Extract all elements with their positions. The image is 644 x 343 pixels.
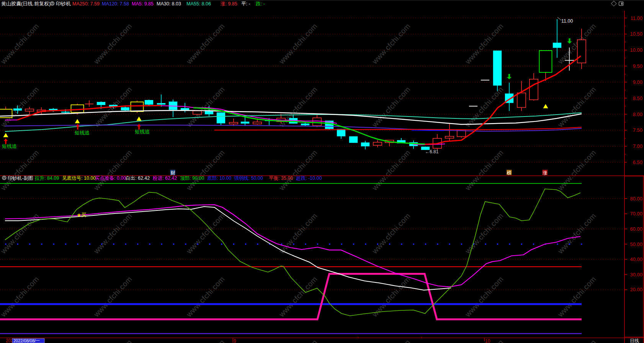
svg-text:9.00: 9.00 <box>633 79 642 85</box>
svg-text:50.00: 50.00 <box>630 241 642 247</box>
svg-text:10.50: 10.50 <box>630 31 642 37</box>
svg-text:www.cfchi.com: www.cfchi.com <box>92 22 134 66</box>
svg-text:www.cfchi.com: www.cfchi.com <box>556 212 598 256</box>
svg-text:www.cfchi.com: www.cfchi.com <box>463 148 505 192</box>
svg-text:www.cfchi.com: www.cfchi.com <box>92 275 134 319</box>
svg-text:www.cfchi.com: www.cfchi.com <box>370 22 412 66</box>
svg-text:2022/08/08/一: 2022/08/08/一 <box>13 338 40 343</box>
svg-text:www.cfchi.com: www.cfchi.com <box>185 22 226 66</box>
svg-text:MA120: 7.58: MA120: 7.58 <box>102 1 129 7</box>
svg-text:20.00: 20.00 <box>630 287 642 292</box>
svg-text:平: -: 平: - <box>241 1 250 7</box>
svg-text:www.cfchi.com: www.cfchi.com <box>92 148 134 192</box>
svg-text:MA250: 7.59: MA250: 7.59 <box>72 1 100 7</box>
svg-text:www.cfchi.com: www.cfchi.com <box>185 212 226 256</box>
svg-text:www.cfchi.com: www.cfchi.com <box>463 338 505 343</box>
svg-text:底部: 10.00: 底部: 10.00 <box>207 176 231 181</box>
svg-text:www.cfchi.com: www.cfchi.com <box>556 85 598 129</box>
svg-text:★: ★ <box>77 212 82 218</box>
svg-text:www.cfchi.com: www.cfchi.com <box>370 212 412 256</box>
svg-text:印钞机-副图: 印钞机-副图 <box>8 176 33 181</box>
svg-text:短线追: 短线追 <box>135 129 150 135</box>
svg-text:70.00: 70.00 <box>630 211 642 217</box>
svg-text:40.00: 40.00 <box>630 256 642 262</box>
svg-text:80.00: 80.00 <box>630 196 642 202</box>
svg-text:榜: 榜 <box>507 170 512 176</box>
svg-text:www.cfchi.com: www.cfchi.com <box>556 338 598 343</box>
svg-text:涨: 9.85: 涨: 9.85 <box>220 1 237 7</box>
svg-text:10: 10 <box>485 338 490 343</box>
svg-text:www.cfchi.com: www.cfchi.com <box>370 338 412 343</box>
svg-text:7.50: 7.50 <box>633 127 642 133</box>
svg-text:7.00: 7.00 <box>633 143 642 149</box>
svg-text:MA5: 9.85: MA5: 9.85 <box>132 1 154 7</box>
svg-text:www.cfchi.com: www.cfchi.com <box>556 148 598 192</box>
svg-text:30.00: 30.00 <box>630 272 642 277</box>
svg-text:www.cfchi.com: www.cfchi.com <box>277 22 319 66</box>
svg-text:财: 财 <box>171 170 175 176</box>
svg-text:www.cfchi.com: www.cfchi.com <box>185 148 226 192</box>
svg-text:11.00: 11.00 <box>630 15 642 21</box>
svg-text:顶部: 90.00: 顶部: 90.00 <box>180 176 204 181</box>
svg-text:www.cfchi.com: www.cfchi.com <box>92 212 134 256</box>
svg-text:60.00: 60.00 <box>630 226 642 232</box>
svg-text:9: 9 <box>234 338 236 343</box>
svg-text:8.50: 8.50 <box>633 95 642 101</box>
svg-text:白出: 62.42: 白出: 62.42 <box>126 176 150 181</box>
svg-text:买: 买 <box>81 212 86 218</box>
svg-text:www.cfchi.com: www.cfchi.com <box>185 338 226 343</box>
svg-text:强弱线: 50.00: 强弱线: 50.00 <box>234 176 263 181</box>
svg-text:www.cfchi.com: www.cfchi.com <box>463 212 505 256</box>
svg-text:www.cfchi.com: www.cfchi.com <box>185 275 226 319</box>
svg-text:9.50: 9.50 <box>633 63 642 69</box>
svg-text:拉升: 84.09: 拉升: 84.09 <box>34 176 59 181</box>
svg-text:印钞机: 印钞机 <box>56 1 71 7</box>
svg-text:8.00: 8.00 <box>633 112 642 117</box>
svg-text:www.cfchi.com: www.cfchi.com <box>463 275 505 319</box>
svg-text:短线追: 短线追 <box>75 130 90 136</box>
svg-text:www.cfchi.com: www.cfchi.com <box>556 275 598 319</box>
svg-text:见底信号: 10.00: 见底信号: 10.00 <box>62 176 96 181</box>
svg-text:平衡: 35.00: 平衡: 35.00 <box>269 176 293 181</box>
svg-text:买点准备: 0.00: 买点准备: 0.00 <box>95 176 126 181</box>
svg-text:www.cfchi.com: www.cfchi.com <box>370 85 412 129</box>
svg-text:6.50: 6.50 <box>633 159 642 165</box>
svg-text:www.cfchi.com: www.cfchi.com <box>277 275 319 319</box>
svg-text:11.00: 11.00 <box>561 18 573 24</box>
svg-text:MA30: 8.03: MA30: 8.03 <box>157 1 181 7</box>
svg-text:www.cfchi.com: www.cfchi.com <box>0 85 41 129</box>
svg-text:www.cfchi.com: www.cfchi.com <box>277 338 319 343</box>
svg-text:粉进: 62.42: 粉进: 62.42 <box>152 176 177 181</box>
svg-text:涨: 涨 <box>543 170 548 176</box>
svg-text:短线追: 短线追 <box>2 143 17 149</box>
svg-text:跌: -: 跌: - <box>256 1 265 7</box>
svg-text:www.cfchi.com: www.cfchi.com <box>92 338 134 343</box>
svg-text:www.cfchi.com: www.cfchi.com <box>370 148 412 192</box>
svg-text:www.cfchi.com: www.cfchi.com <box>277 148 319 192</box>
svg-text:黄山胶囊(日线.前复权): 黄山胶囊(日线.前复权) <box>1 1 51 7</box>
svg-text:www.cfchi.com: www.cfchi.com <box>0 22 41 66</box>
svg-text:10.00: 10.00 <box>630 47 642 53</box>
svg-text:日线: 日线 <box>630 338 639 343</box>
svg-text:www.cfchi.com: www.cfchi.com <box>0 275 41 319</box>
svg-text:超跌: -10.00: 超跌: -10.00 <box>296 176 322 181</box>
svg-text:MA55: 8.06: MA55: 8.06 <box>186 1 211 7</box>
svg-text:←6.81: ←6.81 <box>425 149 439 154</box>
svg-text:www.cfchi.com: www.cfchi.com <box>0 148 41 192</box>
